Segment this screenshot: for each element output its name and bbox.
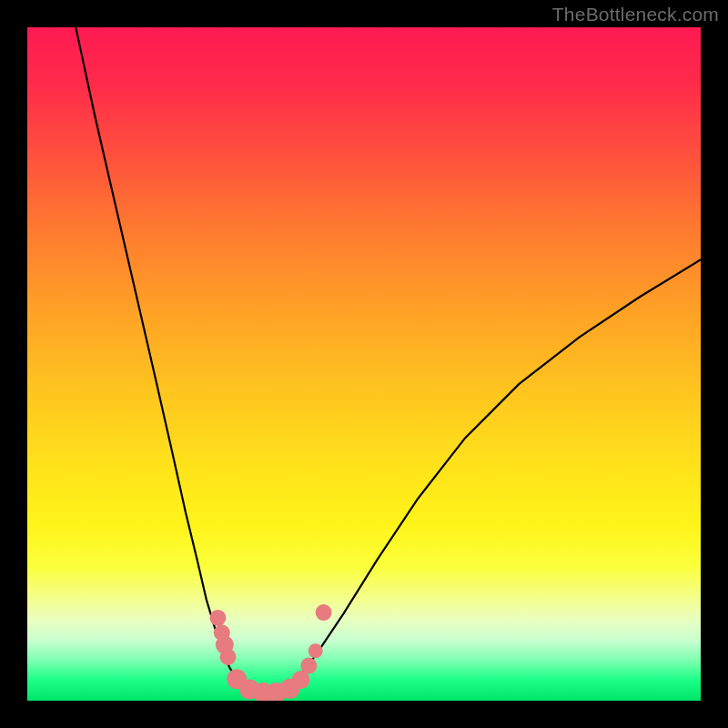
data-dot [220,649,237,665]
chart-frame: TheBottleneck.com [0,0,728,728]
data-dot [316,604,332,621]
right-branch-path [297,259,701,681]
left-branch-path [76,27,246,691]
dots-group [209,604,331,701]
data-dot [300,658,317,674]
curve-svg [27,27,701,701]
data-dot [308,643,323,658]
watermark-label: TheBottleneck.com [552,4,719,25]
data-dot [209,610,226,626]
plot-area [27,27,701,701]
